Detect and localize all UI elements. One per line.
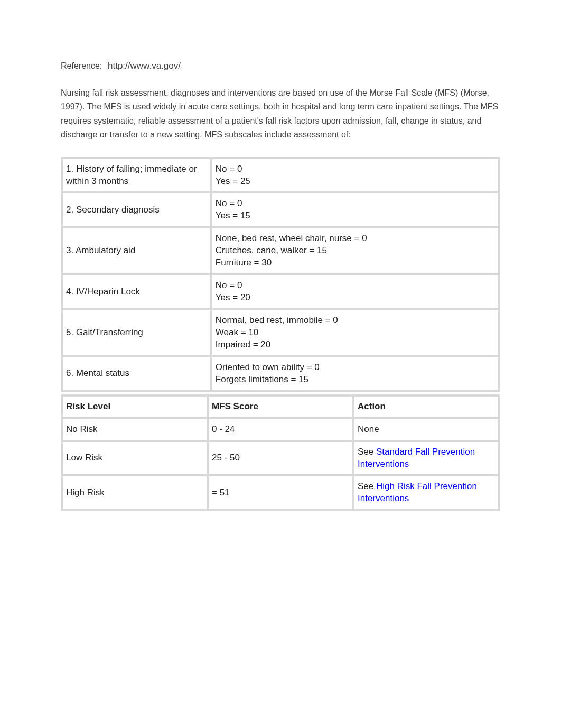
assessment-label: 6. Mental status	[63, 357, 210, 390]
action-prefix: See	[358, 447, 376, 457]
assessment-label: 2. Secondary diagnosis	[63, 193, 210, 226]
table-row: 5. Gait/Transferring Normal, bed rest, i…	[63, 310, 498, 355]
reference-url: http://www.va.gov/	[108, 61, 181, 71]
table-row: 6. Mental status Oriented to own ability…	[63, 357, 498, 390]
assessment-scoring: None, bed rest, wheel chair, nurse = 0 C…	[212, 228, 498, 273]
table-row: 1. History of falling; immediate or with…	[63, 159, 498, 192]
action-prefix: See	[358, 481, 376, 491]
table-row: High Risk = 51 See High Risk Fall Preven…	[63, 476, 498, 509]
risk-level: High Risk	[63, 476, 207, 509]
table-row: 3. Ambulatory aid None, bed rest, wheel …	[63, 228, 498, 273]
assessment-table: 1. History of falling; immediate or with…	[61, 157, 500, 392]
assessment-label: 3. Ambulatory aid	[63, 228, 210, 273]
action-cell: See Standard Fall Prevention Interventio…	[354, 442, 498, 475]
mfs-score: 25 - 50	[209, 442, 352, 475]
assessment-scoring: Oriented to own ability = 0 Forgets limi…	[212, 357, 498, 390]
mfs-score: = 51	[209, 476, 352, 509]
risk-level: No Risk	[63, 419, 207, 440]
assessment-scoring: No = 0 Yes = 25	[212, 159, 498, 192]
reference-label: Reference:	[61, 61, 102, 70]
mfs-score: 0 - 24	[209, 419, 352, 440]
assessment-scoring: No = 0 Yes = 15	[212, 193, 498, 226]
assessment-scoring: Normal, bed rest, immobile = 0 Weak = 10…	[212, 310, 498, 355]
action-cell: None	[354, 419, 498, 440]
assessment-label: 5. Gait/Transferring	[63, 310, 210, 355]
action-cell: See High Risk Fall Prevention Interventi…	[354, 476, 498, 509]
action-header: Action	[354, 397, 498, 417]
reference-line: Reference: http://www.va.gov/	[61, 61, 500, 71]
assessment-scoring: No = 0 Yes = 20	[212, 275, 498, 308]
table-row: 2. Secondary diagnosis No = 0 Yes = 15	[63, 193, 498, 226]
risk-level-header: Risk Level	[63, 397, 207, 417]
risk-table: Risk Level MFS Score Action No Risk 0 - …	[61, 394, 500, 512]
assessment-label: 1. History of falling; immediate or with…	[63, 159, 210, 192]
risk-table-header: Risk Level MFS Score Action	[63, 397, 498, 417]
action-plain: None	[358, 424, 379, 434]
table-row: No Risk 0 - 24 None	[63, 419, 498, 440]
assessment-label: 4. IV/Heparin Lock	[63, 275, 210, 308]
table-row: 4. IV/Heparin Lock No = 0 Yes = 20	[63, 275, 498, 308]
mfs-score-header: MFS Score	[209, 397, 352, 417]
risk-level: Low Risk	[63, 442, 207, 475]
intro-paragraph: Nursing fall risk assessment, diagnoses …	[61, 86, 500, 142]
table-row: Low Risk 25 - 50 See Standard Fall Preve…	[63, 442, 498, 475]
